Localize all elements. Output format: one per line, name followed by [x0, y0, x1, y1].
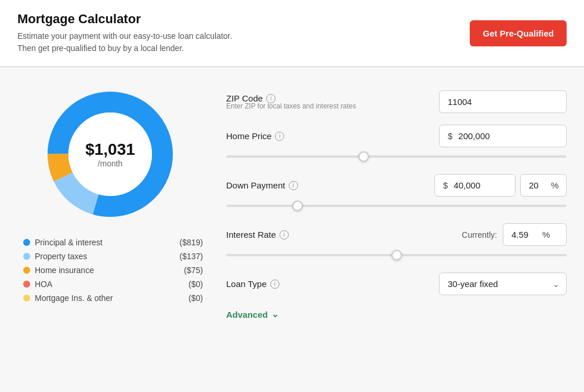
home-price-info-icon: i: [275, 132, 284, 141]
legend-item: HOA ($0): [23, 280, 203, 289]
main-content: $1,031 /month Principal & interest ($819…: [0, 67, 584, 337]
down-payment-field-group: Down Payment i $ %: [226, 174, 567, 212]
down-payment-slider[interactable]: [226, 205, 567, 207]
zip-code-field-group: ZIP Code i Enter ZIP for local taxes and…: [226, 90, 567, 113]
down-payment-inputs-wrap: $ %: [434, 174, 567, 197]
header-text: Mortgage Calculator Estimate your paymen…: [17, 12, 232, 55]
legend-value: ($75): [184, 266, 203, 275]
legend-dot: [23, 267, 30, 274]
interest-rate-info-icon: i: [280, 230, 289, 239]
home-price-input[interactable]: [458, 125, 551, 147]
advanced-chevron-icon: ⌄: [271, 309, 279, 320]
home-price-row: Home Price i $: [226, 125, 567, 147]
monthly-payment-amount: $1,031: [85, 140, 135, 159]
legend-dot: [23, 281, 30, 288]
loan-type-label: Loan Type i: [226, 279, 280, 289]
down-payment-percent-input[interactable]: [521, 175, 550, 196]
down-payment-amount-wrap: $: [434, 174, 516, 197]
loan-type-info-icon: i: [270, 280, 280, 289]
donut-chart: $1,031 /month: [41, 85, 180, 224]
down-payment-info-icon: i: [289, 181, 298, 190]
legend-item: Property taxes ($137): [23, 252, 203, 261]
down-payment-label: Down Payment i: [226, 180, 298, 190]
home-price-slider-wrap: [226, 151, 567, 162]
home-price-currency: $: [440, 125, 458, 147]
down-payment-currency: $: [435, 175, 454, 196]
home-price-slider[interactable]: [226, 155, 567, 158]
home-price-label: Home Price i: [226, 131, 284, 141]
legend-name: Principal & interest: [35, 238, 175, 247]
monthly-payment-label: /month: [85, 159, 135, 168]
legend-name: HOA: [35, 280, 184, 289]
pre-qualified-button[interactable]: Get Pre-Qualified: [470, 20, 567, 46]
currently-label: Currently:: [462, 230, 497, 239]
legend-name: Home insurance: [35, 266, 179, 275]
legend-dot: [23, 239, 30, 246]
legend-item: Principal & interest ($819): [23, 238, 203, 247]
interest-rate-label: Interest Rate i: [226, 230, 289, 239]
advanced-section: Advanced ⌄: [226, 307, 567, 320]
zip-code-hint: Enter ZIP for local taxes and interest r…: [226, 102, 356, 110]
right-panel: ZIP Code i Enter ZIP for local taxes and…: [226, 85, 567, 320]
loan-type-select-wrap: 30-year fixed20-year fixed15-year fixed1…: [439, 273, 567, 295]
legend-value: ($0): [188, 293, 203, 303]
chart-legend: Principal & interest ($819) Property tax…: [17, 238, 203, 303]
page-title: Mortgage Calculator: [17, 12, 232, 27]
down-payment-pct-symbol: %: [550, 175, 564, 196]
loan-type-field-group: Loan Type i 30-year fixed20-year fixed15…: [226, 273, 567, 295]
interest-rate-slider-wrap: [226, 249, 567, 261]
interest-rate-row: Interest Rate i Currently: %: [226, 223, 567, 246]
legend-value: ($819): [180, 238, 203, 247]
interest-rate-input-wrap: %: [503, 223, 567, 246]
legend-item: Home insurance ($75): [23, 266, 203, 275]
interest-rate-right: Currently: %: [462, 223, 567, 246]
interest-rate-input[interactable]: [503, 224, 541, 245]
legend-item: Mortgage Ins. & other ($0): [23, 293, 203, 303]
legend-dot: [23, 253, 30, 260]
loan-type-select[interactable]: 30-year fixed20-year fixed15-year fixed1…: [439, 273, 567, 295]
home-price-field-group: Home Price i $: [226, 125, 567, 162]
legend-name: Property taxes: [35, 252, 175, 261]
down-payment-row: Down Payment i $ %: [226, 174, 567, 197]
legend-value: ($137): [180, 252, 203, 261]
down-payment-slider-wrap: [226, 200, 567, 212]
header-description: Estimate your payment with our easy-to-u…: [17, 30, 232, 55]
advanced-toggle-button[interactable]: Advanced ⌄: [226, 309, 279, 320]
zip-code-input[interactable]: [439, 90, 567, 113]
page-header: Mortgage Calculator Estimate your paymen…: [0, 0, 584, 67]
down-payment-percent-wrap: %: [520, 174, 567, 197]
legend-dot: [23, 295, 30, 302]
legend-value: ($0): [188, 280, 203, 289]
interest-rate-slider[interactable]: [226, 254, 567, 256]
home-price-input-wrap: $: [439, 125, 567, 147]
interest-rate-field-group: Interest Rate i Currently: %: [226, 223, 567, 261]
zip-code-row: ZIP Code i Enter ZIP for local taxes and…: [226, 90, 567, 113]
advanced-toggle-label: Advanced: [226, 310, 268, 320]
legend-name: Mortgage Ins. & other: [35, 293, 184, 303]
donut-center-label: $1,031 /month: [85, 140, 135, 168]
left-panel: $1,031 /month Principal & interest ($819…: [17, 85, 203, 320]
zip-code-label-wrap: ZIP Code i Enter ZIP for local taxes and…: [226, 93, 356, 110]
interest-rate-pct-symbol: %: [541, 224, 556, 245]
loan-type-row: Loan Type i 30-year fixed20-year fixed15…: [226, 273, 567, 295]
